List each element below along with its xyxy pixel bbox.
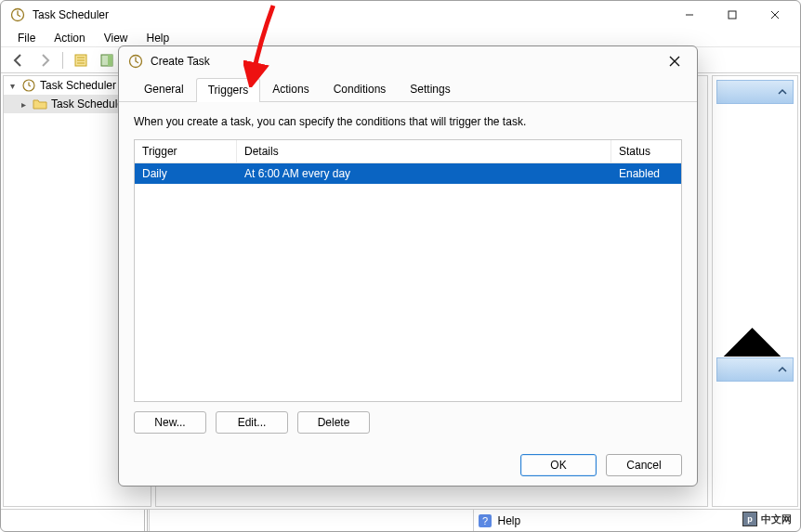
tree-root-label: Task Scheduler (L: [40, 79, 129, 92]
logo-text: 中文网: [761, 513, 792, 526]
toolbar-icon-1[interactable]: [69, 50, 93, 71]
window-title: Task Scheduler: [33, 8, 668, 21]
logo-swatch-icon: p: [742, 512, 757, 526]
dialog-body: When you create a task, you can specify …: [119, 102, 697, 445]
col-status[interactable]: Status: [611, 140, 681, 163]
minimize-button[interactable]: [668, 1, 711, 29]
grip-icon[interactable]: [144, 510, 149, 531]
expander-icon[interactable]: ▾: [7, 81, 18, 91]
svg-text:?: ?: [481, 515, 487, 526]
php-cn-logo: p 中文网: [742, 512, 792, 526]
row-buttons: New... Edit... Delete: [134, 411, 682, 434]
col-trigger[interactable]: Trigger: [135, 140, 237, 163]
menu-view[interactable]: View: [95, 30, 138, 46]
dialog-footer: OK Cancel: [119, 445, 697, 486]
cancel-button[interactable]: Cancel: [606, 454, 682, 476]
svg-rect-4: [108, 55, 112, 66]
col-details[interactable]: Details: [237, 140, 611, 163]
statusbar: ? Help: [1, 509, 800, 531]
back-button[interactable]: [7, 50, 31, 71]
ok-button[interactable]: OK: [520, 454, 597, 476]
status-help-label: Help: [498, 514, 521, 527]
menu-help[interactable]: Help: [138, 30, 179, 46]
actions-spacer: [713, 108, 797, 330]
description-text: When you create a task, you can specify …: [134, 115, 682, 128]
edit-button[interactable]: Edit...: [216, 411, 288, 434]
triggers-list: Trigger Details Status Daily At 6:00 AM …: [134, 139, 682, 402]
maximize-button[interactable]: [711, 1, 754, 29]
tab-general[interactable]: General: [132, 77, 196, 101]
folder-icon: [33, 97, 47, 111]
cell-status: Enabled: [611, 163, 681, 184]
dialog-close-button[interactable]: [660, 48, 689, 74]
create-task-dialog: Create Task General Triggers Actions Con…: [118, 45, 698, 487]
clock-icon: [10, 7, 25, 22]
menu-file[interactable]: File: [8, 30, 45, 46]
titlebar: Task Scheduler: [1, 1, 800, 29]
close-button[interactable]: [754, 1, 796, 29]
cell-trigger: Daily: [135, 163, 237, 184]
menu-action[interactable]: Action: [45, 30, 94, 46]
actions-header-top[interactable]: [716, 80, 794, 104]
list-header: Trigger Details Status: [135, 140, 681, 163]
tree-child-label: Task Schedule: [51, 97, 124, 110]
menubar: File Action View Help: [1, 29, 800, 47]
status-left: [1, 510, 150, 531]
toolbar-separator: [62, 52, 63, 69]
dialog-title: Create Task: [151, 55, 660, 68]
help-icon: ?: [478, 513, 492, 528]
tabstrip: General Triggers Actions Conditions Sett…: [119, 76, 697, 102]
actions-panel: [712, 75, 798, 507]
tab-conditions[interactable]: Conditions: [322, 77, 399, 101]
expander-icon[interactable]: ▸: [19, 99, 29, 110]
actions-bottom-spacer: [713, 385, 797, 506]
dialog-titlebar: Create Task: [119, 46, 697, 76]
tab-settings[interactable]: Settings: [398, 77, 462, 101]
clock-icon: [21, 78, 36, 93]
delete-button[interactable]: Delete: [297, 411, 370, 434]
tab-triggers[interactable]: Triggers: [196, 78, 261, 102]
actions-mid-expander[interactable]: [716, 330, 794, 354]
list-row[interactable]: Daily At 6:00 AM every day Enabled: [135, 163, 681, 184]
forward-button[interactable]: [33, 50, 57, 71]
tab-actions[interactable]: Actions: [260, 77, 321, 101]
actions-header-bottom[interactable]: [716, 357, 794, 382]
toolbar-icon-2[interactable]: [95, 50, 119, 71]
cell-details: At 6:00 AM every day: [237, 163, 611, 184]
clock-icon: [128, 54, 143, 69]
svg-rect-1: [729, 11, 736, 19]
new-button[interactable]: New...: [134, 411, 206, 434]
